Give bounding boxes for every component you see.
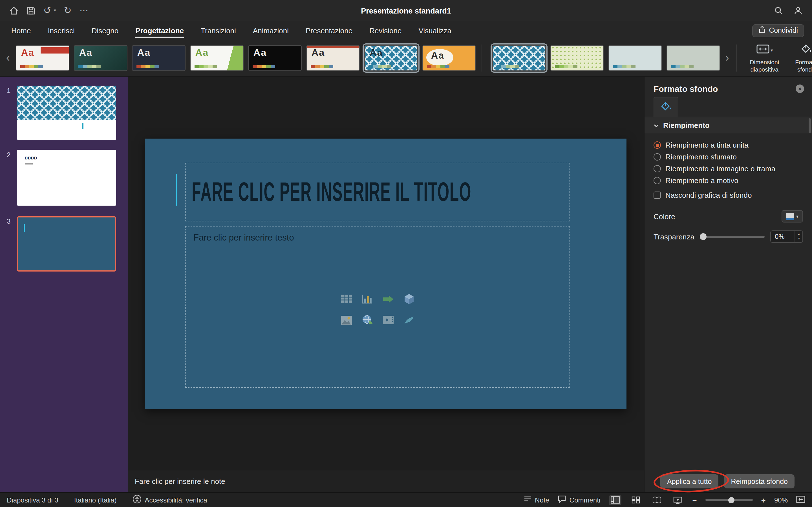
apply-to-all-button[interactable]: Applica a tutto xyxy=(660,474,718,489)
tab-inserisci[interactable]: Inserisci xyxy=(48,22,74,39)
theme-thumbnail-1[interactable]: Aa xyxy=(16,45,70,71)
zoom-level[interactable]: 90% xyxy=(774,496,788,504)
variant-thumbnail-2[interactable] xyxy=(551,45,604,71)
slide-1-thumbnail[interactable] xyxy=(17,86,116,140)
spin-up-icon[interactable]: ▴ xyxy=(798,232,800,237)
reading-view-button[interactable] xyxy=(651,495,663,505)
panel-scrollbar[interactable] xyxy=(809,118,811,133)
text-cursor xyxy=(82,123,84,129)
undo-menu-chevron-icon[interactable]: ▾ xyxy=(54,8,56,13)
hide-background-graphics-checkbox[interactable]: Nascondi grafica di sfondo xyxy=(654,189,803,201)
body-placeholder-text: Fare clic per inserire testo xyxy=(193,233,294,243)
insert-stock-icon[interactable] xyxy=(403,314,415,326)
reset-background-button[interactable]: Reimposta sfondo xyxy=(724,474,795,489)
insert-online-picture-icon[interactable] xyxy=(361,314,373,326)
share-icon xyxy=(758,26,765,35)
option-pattern-fill[interactable]: Riempimento a motivo xyxy=(654,175,803,186)
slider-thumb[interactable] xyxy=(700,233,707,240)
option-picture-fill[interactable]: Riempimento a immagine o trama xyxy=(654,163,803,175)
variant-thumbnail-3[interactable] xyxy=(609,45,662,71)
zoom-slider[interactable] xyxy=(705,499,753,501)
tab-presentazione[interactable]: Presentazione xyxy=(306,22,352,39)
search-icon[interactable] xyxy=(774,6,783,15)
panel-title: Formato sfondo xyxy=(654,84,718,94)
theme-thumbnail-6[interactable]: Aa xyxy=(306,45,360,71)
tab-progettazione[interactable]: Progettazione xyxy=(135,22,184,39)
tab-animazioni[interactable]: Animazioni xyxy=(253,22,289,39)
account-icon[interactable] xyxy=(794,6,803,15)
language-indicator[interactable]: Italiano (Italia) xyxy=(74,496,117,504)
undo-icon[interactable]: ↺ xyxy=(43,6,51,15)
redo-icon[interactable]: ↻ xyxy=(64,6,71,15)
variant-thumbnail-4[interactable] xyxy=(667,45,720,71)
option-solid-fill[interactable]: Riempimento a tinta unita xyxy=(654,139,803,151)
insert-chart-icon[interactable] xyxy=(361,293,373,305)
fill-tab[interactable] xyxy=(654,97,678,117)
accessibility-check[interactable]: Accessibilità: verifica xyxy=(133,495,207,505)
theme-color-strip xyxy=(195,65,217,68)
more-commands-icon[interactable]: ⋯ xyxy=(80,6,89,15)
zoom-out-button[interactable]: − xyxy=(692,496,697,504)
theme-thumbnail-4[interactable]: Aa xyxy=(190,45,244,71)
zoom-slider-thumb[interactable] xyxy=(728,497,734,503)
notes-placeholder-text: Fare clic per inserire le note xyxy=(135,477,225,486)
close-panel-icon[interactable]: × xyxy=(796,84,804,93)
gallery-divider xyxy=(482,44,483,71)
notes-toggle[interactable]: Note xyxy=(523,496,549,504)
share-label: Condividi xyxy=(769,26,798,34)
save-icon[interactable] xyxy=(27,6,36,15)
theme-thumbnail-7-selected[interactable]: Aa xyxy=(364,45,418,71)
share-button[interactable]: Condividi xyxy=(752,24,804,37)
theme-thumbnail-8[interactable]: Aa xyxy=(423,45,476,71)
slide-2-thumbnail[interactable]: DDDD xyxy=(17,150,116,206)
title-text-cursor xyxy=(176,174,177,206)
color-row: Colore ▾ xyxy=(645,209,812,224)
option-gradient-fill[interactable]: Riempimento sfumato xyxy=(654,151,803,163)
notes-pane[interactable]: Fare clic per inserire le note xyxy=(128,470,644,492)
insert-table-icon[interactable] xyxy=(340,293,352,305)
slideshow-view-button[interactable] xyxy=(671,495,684,505)
notes-icon xyxy=(523,496,531,504)
transparency-slider[interactable] xyxy=(700,236,765,237)
tab-revisione[interactable]: Revisione xyxy=(369,22,402,39)
tab-home[interactable]: Home xyxy=(11,22,31,39)
tab-visualizza[interactable]: Visualizza xyxy=(418,22,451,39)
theme-thumbnail-2[interactable]: Aa xyxy=(74,45,128,71)
home-icon[interactable] xyxy=(9,6,18,15)
insert-3d-model-icon[interactable] xyxy=(403,293,415,305)
fill-section-header[interactable]: Riempimento xyxy=(645,117,812,134)
fit-slide-button[interactable] xyxy=(796,496,805,504)
gallery-scroll-right-icon[interactable]: › xyxy=(724,52,731,64)
fill-section-label: Riempimento xyxy=(663,121,710,129)
transparency-spinner[interactable]: 0% ▴▾ xyxy=(770,230,803,243)
slide-1-number: 1 xyxy=(7,87,10,95)
slide-size-button[interactable]: ▾ Dimensioni diapositiva xyxy=(745,43,784,72)
normal-view-button[interactable] xyxy=(609,495,621,505)
spinner-arrows[interactable]: ▴▾ xyxy=(795,231,802,242)
title-placeholder[interactable]: FARE CLIC PER INSERIRE IL TITOLO xyxy=(185,163,570,221)
panel-footer-buttons: Applica a tutto Reimposta sfondo xyxy=(645,474,812,492)
comments-toggle[interactable]: Commenti xyxy=(558,495,600,505)
theme-thumbnail-3[interactable]: Aa xyxy=(132,45,186,71)
color-swatch-icon xyxy=(786,213,794,220)
powerpoint-window: ↺ ▾ ↻ ⋯ Presentazione standard1 Home Ins… xyxy=(0,0,812,507)
slide-3-thumbnail-selected[interactable] xyxy=(17,216,116,272)
variant-thumbnail-1-selected[interactable] xyxy=(493,45,546,71)
format-background-panel: Formato sfondo × Riempimento Riempimento… xyxy=(644,76,812,492)
transparency-label: Trasparenza xyxy=(654,232,695,241)
gallery-scroll-left-icon[interactable]: ‹ xyxy=(4,52,11,64)
theme-thumbnail-5[interactable]: Aa xyxy=(248,45,302,71)
insert-picture-icon[interactable] xyxy=(340,314,352,326)
format-background-button[interactable]: Formato sfondo xyxy=(786,43,812,72)
insert-video-icon[interactable] xyxy=(382,314,394,326)
tab-transizioni[interactable]: Transizioni xyxy=(201,22,236,39)
radio-selected-icon xyxy=(654,142,661,149)
content-placeholder[interactable]: Fare clic per inserire testo xyxy=(185,226,570,388)
slide-editing-surface[interactable]: FARE CLIC PER INSERIRE IL TITOLO Fare cl… xyxy=(145,138,626,409)
fill-color-dropdown[interactable]: ▾ xyxy=(781,210,803,223)
tab-disegno[interactable]: Disegno xyxy=(92,22,118,39)
zoom-in-button[interactable]: + xyxy=(761,496,766,504)
spin-down-icon[interactable]: ▾ xyxy=(798,237,800,241)
slide-sorter-view-button[interactable] xyxy=(629,495,642,505)
insert-smartart-icon[interactable] xyxy=(382,293,394,305)
